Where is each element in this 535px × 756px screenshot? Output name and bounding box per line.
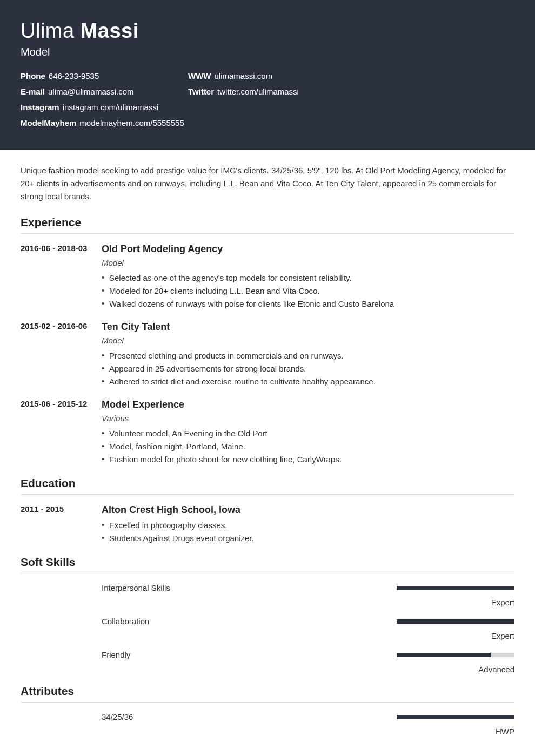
entry-title: Alton Crest High School, Iowa bbox=[102, 504, 514, 516]
skill-bar-fill bbox=[397, 586, 514, 590]
contact-value: twitter.com/ulimamassi bbox=[217, 87, 299, 96]
entry: 2015-06 - 2015-12Model ExperienceVarious… bbox=[21, 399, 514, 466]
skill-name: Friendly bbox=[102, 650, 130, 659]
contact-label: ModelMayhem bbox=[21, 118, 76, 127]
attributes-list: 34/25/36HWP bbox=[21, 712, 514, 736]
entry-body: Old Port Modeling AgencyModelSelected as… bbox=[102, 244, 514, 310]
skill-main: 34/25/36HWP bbox=[102, 712, 514, 736]
skill-spacer bbox=[21, 712, 102, 736]
contact-value: ulimamassi.com bbox=[214, 71, 272, 80]
entry-bullets: Excelled in photography classes.Students… bbox=[102, 519, 514, 545]
entry-bullet: Presented clothing and products in comme… bbox=[102, 349, 514, 362]
contact-row: Twittertwitter.com/ulimamassi bbox=[188, 87, 356, 96]
entry-bullets: Presented clothing and products in comme… bbox=[102, 349, 514, 388]
entry-title: Model Experience bbox=[102, 399, 514, 410]
contact-value: modelmayhem.com/5555555 bbox=[79, 118, 184, 127]
section-title-softskills: Soft Skills bbox=[21, 556, 514, 573]
contact-label: WWW bbox=[188, 71, 211, 80]
skill-bar-wrap bbox=[397, 619, 514, 624]
section-title-experience: Experience bbox=[21, 216, 514, 234]
skill-bar bbox=[397, 715, 514, 719]
entry-subtitle: Model bbox=[102, 336, 514, 345]
skill-bar-wrap bbox=[397, 653, 514, 657]
skill-level: Advanced bbox=[102, 665, 514, 674]
contact-row: Phone646-233-9535 bbox=[21, 71, 188, 80]
entry-title: Old Port Modeling Agency bbox=[102, 244, 514, 255]
skill-top: Interpersonal Skills bbox=[102, 583, 514, 592]
entry-bullet: Volunteer model, An Evening in the Old P… bbox=[102, 427, 514, 440]
entry-bullets: Volunteer model, An Evening in the Old P… bbox=[102, 427, 514, 466]
first-name: Ulima bbox=[21, 19, 75, 42]
skill-row: 34/25/36HWP bbox=[21, 712, 514, 736]
contacts-block: Phone646-233-9535E-mailulima@ulimamassi.… bbox=[21, 71, 514, 134]
skill-name: Interpersonal Skills bbox=[102, 583, 170, 592]
full-name: Ulima Massi bbox=[21, 19, 514, 43]
skill-top: Friendly bbox=[102, 650, 514, 659]
section-title-attributes: Attributes bbox=[21, 685, 514, 703]
entry-bullet: Modeled for 20+ clients including L.L. B… bbox=[102, 285, 514, 298]
skill-spacer bbox=[21, 617, 102, 640]
entry-dates: 2015-02 - 2016-06 bbox=[21, 321, 102, 388]
skill-name: 34/25/36 bbox=[102, 712, 133, 721]
entry-subtitle: Various bbox=[102, 414, 514, 423]
skill-spacer bbox=[21, 583, 102, 607]
last-name: Massi bbox=[81, 19, 139, 42]
job-title: Model bbox=[21, 46, 514, 58]
skill-main: Interpersonal SkillsExpert bbox=[102, 583, 514, 607]
entry-body: Model ExperienceVariousVolunteer model, … bbox=[102, 399, 514, 466]
entry-title: Ten City Talent bbox=[102, 321, 514, 333]
entry-bullet: Adhered to strict diet and exercise rout… bbox=[102, 375, 514, 388]
skill-bar-wrap bbox=[397, 715, 514, 719]
contact-row: ModelMayhemmodelmayhem.com/5555555 bbox=[21, 118, 188, 127]
entry-dates: 2015-06 - 2015-12 bbox=[21, 399, 102, 466]
skill-top: 34/25/36 bbox=[102, 712, 514, 721]
contact-value: instagram.com/ulimamassi bbox=[63, 103, 159, 112]
entry-dates: 2011 - 2015 bbox=[21, 504, 102, 545]
entry-bullet: Appeared in 25 advertisements for strong… bbox=[102, 362, 514, 375]
skill-level: Expert bbox=[102, 631, 514, 640]
entry-bullet: Walked dozens of runways with poise for … bbox=[102, 298, 514, 310]
entry-dates: 2016-06 - 2018-03 bbox=[21, 244, 102, 310]
skill-top: Collaboration bbox=[102, 617, 514, 626]
entry-bullet: Fashion model for photo shoot for new cl… bbox=[102, 453, 514, 466]
skill-bar bbox=[397, 586, 514, 590]
summary-text: Unique fashion model seeking to add pres… bbox=[21, 164, 514, 203]
softskills-list: Interpersonal SkillsExpertCollaborationE… bbox=[21, 583, 514, 674]
skill-bar bbox=[397, 619, 514, 624]
skill-level: Expert bbox=[102, 598, 514, 607]
entry-bullet: Selected as one of the agency's top mode… bbox=[102, 272, 514, 285]
skill-main: CollaborationExpert bbox=[102, 617, 514, 640]
contact-row: WWWulimamassi.com bbox=[188, 71, 356, 80]
skill-level: HWP bbox=[102, 727, 514, 736]
contact-row: E-mailulima@ulimamassi.com bbox=[21, 87, 188, 96]
skill-bar-fill bbox=[397, 653, 491, 657]
contact-row: Instagraminstagram.com/ulimamassi bbox=[21, 103, 188, 112]
skill-bar bbox=[397, 653, 514, 657]
skill-row: FriendlyAdvanced bbox=[21, 650, 514, 674]
contact-value: 646-233-9535 bbox=[49, 71, 99, 80]
skill-spacer bbox=[21, 650, 102, 674]
entry: 2015-02 - 2016-06Ten City TalentModelPre… bbox=[21, 321, 514, 388]
contact-label: E-mail bbox=[21, 87, 45, 96]
skill-bar-wrap bbox=[397, 586, 514, 590]
entry-bullets: Selected as one of the agency's top mode… bbox=[102, 272, 514, 310]
entry-bullet: Model, fashion night, Portland, Maine. bbox=[102, 440, 514, 453]
contact-label: Twitter bbox=[188, 87, 214, 96]
contacts-col-1: Phone646-233-9535E-mailulima@ulimamassi.… bbox=[21, 71, 188, 134]
entry-bullet: Students Against Drugs event organizer. bbox=[102, 532, 514, 545]
entry-bullet: Excelled in photography classes. bbox=[102, 519, 514, 532]
resume-header: Ulima Massi Model Phone646-233-9535E-mai… bbox=[0, 0, 535, 150]
entry-subtitle: Model bbox=[102, 258, 514, 267]
experience-list: 2016-06 - 2018-03Old Port Modeling Agenc… bbox=[21, 244, 514, 466]
skill-bar-fill bbox=[397, 619, 514, 624]
section-title-education: Education bbox=[21, 477, 514, 495]
entry-body: Alton Crest High School, IowaExcelled in… bbox=[102, 504, 514, 545]
education-list: 2011 - 2015Alton Crest High School, Iowa… bbox=[21, 504, 514, 545]
skill-row: Interpersonal SkillsExpert bbox=[21, 583, 514, 607]
entry: 2016-06 - 2018-03Old Port Modeling Agenc… bbox=[21, 244, 514, 310]
skill-bar-fill bbox=[397, 715, 514, 719]
entry: 2011 - 2015Alton Crest High School, Iowa… bbox=[21, 504, 514, 545]
contacts-col-2: WWWulimamassi.comTwittertwitter.com/ulim… bbox=[188, 71, 356, 134]
resume-body: Unique fashion model seeking to add pres… bbox=[0, 150, 535, 756]
skill-name: Collaboration bbox=[102, 617, 149, 626]
